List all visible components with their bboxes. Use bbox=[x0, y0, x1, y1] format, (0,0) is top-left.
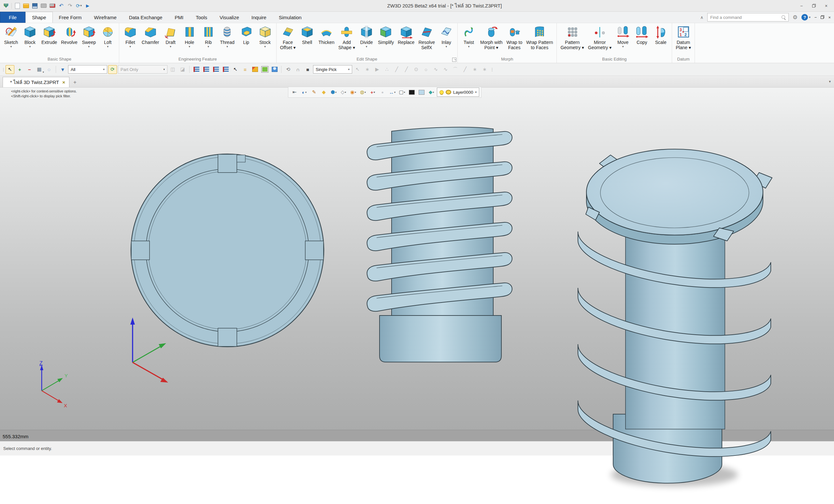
regen-button[interactable]: ⟳▾ bbox=[75, 3, 82, 9]
dropdown-icon[interactable]: ▾ bbox=[107, 45, 109, 49]
add-pick-icon[interactable]: + bbox=[15, 65, 24, 74]
toolbar-grip-left[interactable]: ⋮ bbox=[1, 67, 4, 72]
move-button[interactable]: Move▾ bbox=[613, 23, 632, 56]
dimension-icon[interactable]: ↔▾ bbox=[388, 88, 396, 96]
dropdown-icon[interactable]: ▾ bbox=[468, 45, 470, 49]
divide-button[interactable]: Divide▾ bbox=[357, 23, 376, 56]
inlay-button[interactable]: Inlay▾ bbox=[437, 23, 456, 56]
dropdown-icon[interactable]: ▾ bbox=[207, 45, 209, 49]
image-icon[interactable] bbox=[260, 65, 269, 74]
resolve-selfx-button[interactable]: ResolveSelfX bbox=[416, 23, 437, 56]
datum-plane-button[interactable]: 312DatumPlane ▾ bbox=[674, 23, 693, 56]
pick-inside-icon[interactable] bbox=[221, 65, 230, 74]
background-light-swatch[interactable] bbox=[417, 88, 426, 96]
doc-restore-button[interactable] bbox=[821, 15, 824, 20]
doc-minimize-button[interactable]: − bbox=[814, 15, 817, 20]
close-tab-icon[interactable]: × bbox=[62, 79, 65, 85]
help-button[interactable]: ? ▾ bbox=[802, 14, 811, 21]
collapse-ribbon-icon[interactable]: ∧ bbox=[700, 15, 704, 20]
filter-icon[interactable]: ▼ bbox=[58, 65, 67, 74]
tab-overflow-icon[interactable]: ▾ bbox=[829, 79, 834, 84]
fillet-button[interactable]: Fillet▾ bbox=[121, 23, 140, 56]
material-render-icon[interactable]: ◆▾ bbox=[427, 88, 436, 96]
remove-pick-icon[interactable]: − bbox=[25, 65, 34, 74]
display-monitor-icon[interactable]: ▢▾ bbox=[398, 88, 406, 96]
toolbar-grip-right[interactable]: ⋮ bbox=[490, 67, 493, 72]
dropdown-icon[interactable]: ▾ bbox=[226, 45, 228, 49]
hole-button[interactable]: Hole▾ bbox=[180, 23, 199, 56]
dialog-launcher-icon[interactable]: ↘ bbox=[452, 58, 456, 62]
face-style-icon[interactable]: ◆ bbox=[320, 88, 328, 96]
export-button[interactable] bbox=[40, 3, 47, 9]
loft-button[interactable]: Loft▾ bbox=[98, 23, 117, 56]
restore-button[interactable] bbox=[811, 3, 817, 9]
auto-regen-icon[interactable]: ⟳ bbox=[108, 65, 117, 74]
settings-gear-icon[interactable]: ⚙ bbox=[793, 14, 797, 21]
dropdown-icon[interactable]: ▾ bbox=[29, 45, 31, 49]
undo-button[interactable]: ↶ bbox=[58, 3, 65, 9]
replace-button[interactable]: Replace bbox=[396, 23, 416, 56]
dropdown-icon[interactable]: ▾ bbox=[264, 45, 266, 49]
revolve-button[interactable]: Revolve bbox=[59, 23, 80, 56]
layer-combo[interactable]: Layer0000▾ bbox=[437, 88, 479, 97]
dropdown-icon[interactable]: ▾ bbox=[130, 45, 131, 49]
arc-pick-icon[interactable]: ∩ bbox=[293, 65, 302, 74]
pick-cursor-icon[interactable]: ↖ bbox=[5, 65, 14, 74]
pattern-geometry-button[interactable]: PatternGeometry ▾ bbox=[558, 23, 586, 56]
part-front-view[interactable] bbox=[364, 124, 516, 365]
minimize-button[interactable]: − bbox=[798, 3, 805, 9]
wrap-to-faces-button[interactable]: Wrap toFaces bbox=[504, 23, 524, 56]
doc-close-button[interactable]: × bbox=[828, 15, 831, 20]
rib-button[interactable]: Rib▾ bbox=[199, 23, 218, 56]
sweep-button[interactable]: Sweep▾ bbox=[80, 23, 98, 56]
background-dark-swatch[interactable] bbox=[408, 88, 416, 96]
morph-with-point-button[interactable]: Morph withPoint ▾ bbox=[478, 23, 504, 56]
shell-button[interactable]: Shell bbox=[298, 23, 317, 56]
dropdown-icon[interactable]: ▾ bbox=[366, 45, 368, 49]
simplify-button[interactable]: Simplify bbox=[376, 23, 396, 56]
dropdown-icon[interactable]: ▾ bbox=[622, 45, 624, 49]
part-iso-view[interactable] bbox=[577, 130, 782, 495]
tab-inquire[interactable]: Inquire bbox=[245, 12, 273, 23]
tab-shape[interactable]: Shape bbox=[25, 12, 52, 23]
block-button[interactable]: Block▾ bbox=[21, 23, 39, 56]
tab-file[interactable]: File bbox=[0, 12, 25, 23]
folder-icon[interactable] bbox=[250, 65, 259, 74]
tab-tools[interactable]: Tools bbox=[190, 12, 213, 23]
tab-data-exchange[interactable]: Data Exchange bbox=[123, 12, 169, 23]
new-file-button[interactable] bbox=[14, 3, 21, 9]
user-icon[interactable] bbox=[270, 65, 279, 74]
extrude-button[interactable]: Extrude bbox=[39, 23, 59, 56]
export-add-button[interactable] bbox=[49, 3, 56, 9]
wireframe-display-icon[interactable]: ◇▾ bbox=[339, 88, 348, 96]
wrap-pattern-to-faces-button[interactable]: Wrap Patternto Faces bbox=[524, 23, 555, 56]
pick-mode-combo[interactable]: Single Pick▾ bbox=[313, 65, 352, 74]
open-file-button[interactable] bbox=[23, 3, 29, 9]
close-button[interactable]: × bbox=[823, 3, 830, 9]
dropdown-icon[interactable]: ▾ bbox=[170, 45, 171, 49]
redo-button[interactable]: ↷ bbox=[67, 3, 73, 9]
color-pencil-icon[interactable]: ✎ bbox=[310, 88, 318, 96]
tab-visualize[interactable]: Visualize bbox=[213, 12, 245, 23]
orient-drag-icon[interactable]: +▾ bbox=[369, 88, 377, 96]
add-shape-button[interactable]: AddShape ▾ bbox=[336, 23, 357, 56]
selection-list-icon[interactable]: ≡ bbox=[241, 65, 249, 74]
document-tab[interactable]: * ไฟล์ 3D Twist.Z3PRT × bbox=[3, 77, 69, 87]
save-button[interactable] bbox=[31, 3, 38, 9]
entity-filter-combo[interactable]: All▾ bbox=[68, 65, 107, 74]
history-icon[interactable]: ⟲ bbox=[284, 65, 292, 74]
tab-wireframe[interactable]: Wireframe bbox=[88, 12, 123, 23]
draft-button[interactable]: Draft▾ bbox=[161, 23, 180, 56]
find-command-box[interactable]: Find a command bbox=[707, 13, 789, 22]
window-pick-icon[interactable]: ▦▾ bbox=[35, 65, 44, 74]
scale-button[interactable]: Scale bbox=[651, 23, 670, 56]
shaded-display-icon[interactable]: ⬢▾ bbox=[329, 88, 338, 96]
pick-first-icon[interactable] bbox=[202, 65, 211, 74]
resume-play-button[interactable]: ▶ bbox=[84, 3, 91, 9]
lip-button[interactable]: Lip bbox=[237, 23, 256, 56]
tab-simulation[interactable]: Simulation bbox=[273, 12, 308, 23]
pick-all-icon[interactable] bbox=[212, 65, 220, 74]
dropdown-icon[interactable]: ▾ bbox=[446, 45, 447, 49]
exit-icon[interactable]: ⇤ bbox=[290, 88, 299, 96]
mirror-geometry-button[interactable]: MirrorGeometry ▾ bbox=[586, 23, 613, 56]
